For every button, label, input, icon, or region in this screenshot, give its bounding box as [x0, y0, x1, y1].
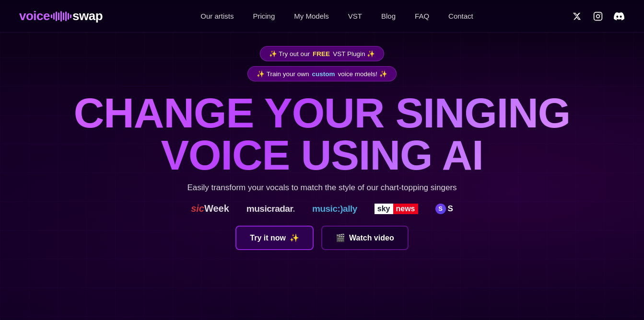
banner2-suffix: voice models! ✨: [338, 70, 387, 78]
banner1-prefix: ✨ Try out our: [269, 50, 310, 57]
logo-voice: voice: [19, 9, 50, 23]
skynews-logo: sky news: [375, 204, 418, 214]
logo[interactable]: voice swap: [19, 9, 103, 23]
sky-text: sky: [375, 204, 393, 214]
cta-buttons: Try it now ✨ 🎬 Watch video: [235, 226, 408, 250]
vst-banner[interactable]: ✨ Try out our FREE VST Plugin ✨: [260, 46, 384, 61]
news-text: news: [393, 204, 418, 214]
hero-title-line1: CHANGE YOUR SINGING: [74, 89, 571, 137]
sparkle-icon: ✨: [290, 233, 299, 242]
navbar: voice swap Our artists Pricing My Models…: [0, 0, 644, 33]
nav-our-artists[interactable]: Our artists: [200, 12, 234, 20]
banner1-suffix: VST Plugin ✨: [333, 50, 375, 57]
discord-icon[interactable]: [613, 11, 625, 22]
nav-faq[interactable]: FAQ: [415, 12, 429, 20]
svg-point-1: [597, 14, 600, 18]
try-now-label: Try it now: [250, 234, 286, 242]
twitter-x-icon[interactable]: [571, 11, 583, 22]
hero-subtitle: Easily transform your vocals to match th…: [187, 183, 457, 193]
scratchpad-letter: S: [448, 204, 453, 214]
scratchpad-icon: S: [435, 204, 446, 214]
instagram-icon[interactable]: [592, 11, 604, 22]
musicweek-logo: sicWeek: [191, 203, 229, 214]
svg-rect-0: [594, 12, 602, 20]
scratchpad-logo: S S: [435, 204, 453, 214]
musicradar-logo: musicradar.: [246, 204, 295, 214]
svg-point-2: [600, 13, 601, 14]
nav-pricing[interactable]: Pricing: [253, 12, 275, 20]
watch-video-label: Watch video: [349, 234, 394, 242]
watch-video-button[interactable]: 🎬 Watch video: [321, 226, 409, 250]
hero-title-line2: VOICE USING AI: [161, 131, 483, 179]
custom-models-banner[interactable]: ✨ Train your own custom voice models! ✨: [247, 66, 397, 81]
nav-my-models[interactable]: My Models: [294, 12, 329, 20]
main-content: ✨ Try out our FREE VST Plugin ✨ ✨ Train …: [0, 33, 644, 250]
hero-title: CHANGE YOUR SINGING VOICE USING AI: [74, 92, 571, 176]
nav-blog[interactable]: Blog: [381, 12, 396, 20]
nav-contact[interactable]: Contact: [448, 12, 473, 20]
musically-logo: music:)ally: [312, 204, 357, 214]
nav-links: Our artists Pricing My Models VST Blog F…: [200, 12, 473, 21]
video-icon: 🎬: [336, 233, 345, 242]
logo-swap: swap: [72, 9, 103, 23]
nav-vst[interactable]: VST: [348, 12, 362, 20]
logo-waveform: [51, 11, 71, 22]
banner1-highlight: FREE: [313, 50, 330, 57]
banner2-highlight: custom: [312, 70, 335, 78]
nav-social: [571, 11, 625, 22]
press-logos: sicWeek musicradar. music:)ally sky news…: [191, 203, 453, 214]
try-it-now-button[interactable]: Try it now ✨: [235, 226, 314, 250]
banner2-prefix: ✨ Train your own: [257, 70, 309, 78]
